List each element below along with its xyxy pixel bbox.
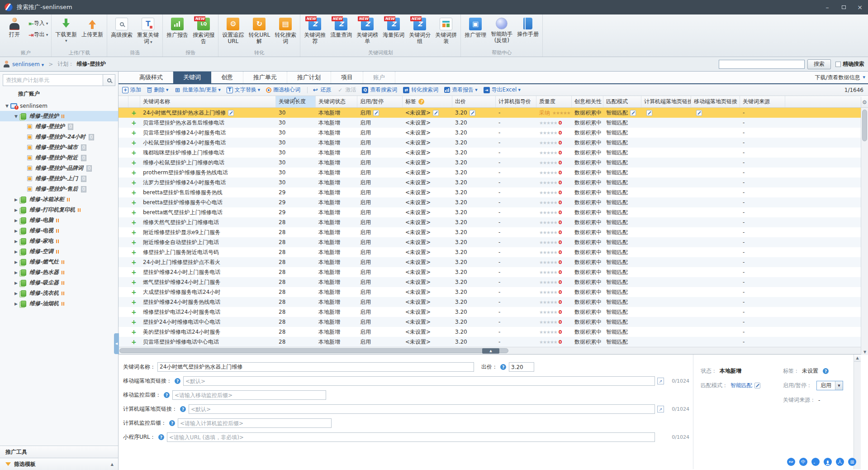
promotion-manage-button[interactable]: ▣推广管理 <box>462 16 489 38</box>
tree-plan-row[interactable]: ▶维修-家电 <box>0 236 118 246</box>
keyword-name-input[interactable] <box>157 362 474 372</box>
set-tracking-url-button[interactable]: ⚙设置追踪URL <box>220 16 246 44</box>
edit-icon[interactable] <box>630 110 636 116</box>
table-row[interactable]: +beretta壁挂炉售后维修服务热线29本地新增启用<未设置>3.20-★★★… <box>119 187 861 197</box>
chevron-down-icon[interactable]: ▼ <box>13 114 19 119</box>
chevron-right-icon[interactable]: ▶ <box>13 302 19 306</box>
table-row[interactable]: +贝雷塔壁挂炉维修24小时服务电话30本地新增启用<未设置>3.20-★★★★★… <box>119 128 861 138</box>
open-button[interactable]: 打开 <box>1 16 28 38</box>
scroll-up-icon[interactable]: ▲ <box>854 355 861 362</box>
view-searchwords-button[interactable]: Q查看搜索词 <box>362 86 397 94</box>
keyword-assemble-button[interactable]: 关键词拼装 <box>433 16 459 44</box>
delete-button[interactable]: 删除 <box>147 86 168 94</box>
tree-plan-row[interactable]: ▶维修-吸尘器 <box>0 278 118 288</box>
mobile-suffix-input[interactable] <box>172 390 326 400</box>
search-button[interactable]: 搜索 <box>807 59 831 69</box>
add-keyword-icon[interactable]: + <box>131 308 137 316</box>
edit-icon[interactable] <box>470 110 475 116</box>
sidebar-search-button[interactable] <box>103 74 115 86</box>
tree-unit-row[interactable]: 维修-壁挂炉-24小时0 <box>0 132 118 142</box>
table-row[interactable]: +beretta壁挂炉维修服务中心电话29本地新增启用<未设置>3.20-★★★… <box>119 197 861 207</box>
minimize-button[interactable]: – <box>819 0 835 14</box>
add-button[interactable]: +添加 <box>122 86 141 94</box>
detail-scrollbar[interactable]: ▲ <box>854 355 861 469</box>
promotion-report-button[interactable]: 推广报告 <box>164 16 190 38</box>
convert-url-button[interactable]: ↻转化URL解 <box>246 16 272 44</box>
add-keyword-icon[interactable]: + <box>131 318 137 326</box>
edit-icon[interactable] <box>433 110 439 116</box>
chevron-right-icon[interactable]: ▶ <box>13 239 19 244</box>
chevron-right-icon[interactable]: ▶ <box>13 249 19 254</box>
add-keyword-icon[interactable]: + <box>131 278 137 286</box>
tab-project[interactable]: 项目 <box>331 72 363 83</box>
top-search-input[interactable] <box>719 60 805 69</box>
add-keyword-icon[interactable]: + <box>131 269 137 276</box>
enable-pause-dropdown[interactable]: 启用 <box>816 381 843 390</box>
ime-contacts-icon[interactable]: 人 <box>836 458 844 466</box>
column-header-keyword-length[interactable]: 关键词长度▲ <box>276 96 316 107</box>
exact-search-checkbox[interactable] <box>835 62 841 67</box>
horizontal-scrollbar[interactable]: ▲ <box>119 347 861 354</box>
column-settings-button[interactable]: ⚙ <box>861 97 868 108</box>
add-keyword-icon[interactable]: + <box>131 119 137 126</box>
table-row[interactable]: +附近维修全自动壁挂炉上门电话28本地新增启用<未设置>3.20-★★★★★0数… <box>119 237 861 247</box>
searchword-report-button[interactable]: NEWLQ搜索词报告 <box>190 16 217 44</box>
maximize-button[interactable] <box>835 0 852 14</box>
ime-punctuation-icon[interactable]: 。 <box>811 458 820 466</box>
mobile-url-input[interactable] <box>183 376 655 386</box>
table-row[interactable]: +修壁挂炉上门服务附近电话号码28本地新增启用<未设置>3.20-★★★★★0数… <box>119 247 861 257</box>
pc-url-input[interactable] <box>189 404 655 414</box>
tree-plan-row[interactable]: ▶维修-打印机复印机 <box>0 205 118 215</box>
download-update-button[interactable]: 下载更新 <box>53 16 79 44</box>
miniprogram-url-input[interactable] <box>167 432 655 442</box>
keyword-grouping-button[interactable]: NEWZ关键词分组 <box>407 16 433 44</box>
chevron-right-icon[interactable]: ▶ <box>13 229 19 233</box>
add-keyword-icon[interactable]: + <box>131 259 137 266</box>
table-row[interactable]: +大成壁挂炉维修服务电话24小时28本地新增启用<未设置>3.20-★★★★★0… <box>119 287 861 297</box>
table-row[interactable]: +壁挂炉维修24小时服务热线电话28本地新增启用<未设置>3.20-★★★★★0… <box>119 297 861 307</box>
help-icon[interactable] <box>175 378 180 384</box>
chevron-up-icon[interactable]: ▲ <box>111 462 114 466</box>
table-row[interactable]: +beretta燃气壁挂炉上门维修电话29本地新增启用<未设置>3.20-★★★… <box>119 207 861 217</box>
upload-update-button[interactable]: 上传更新 <box>79 16 105 38</box>
table-row[interactable]: +维修天然气壁挂炉上门维修电话28本地新增启用<未设置>3.20-★★★★★0数… <box>119 217 861 227</box>
tab-unit[interactable]: 推广单元 <box>243 72 287 83</box>
filter-template-bar[interactable]: 筛选模板 ▲ <box>0 458 118 470</box>
column-header-bid[interactable]: 出价 <box>452 96 496 107</box>
tree-unit-row[interactable]: 维修-壁挂炉-品牌词0 <box>0 163 118 173</box>
column-header-pc-landing-url[interactable]: 计算机端落地页链接 <box>641 96 691 107</box>
ime-mic-icon[interactable] <box>824 458 832 466</box>
add-keyword-icon[interactable]: + <box>131 139 137 146</box>
add-keyword-icon[interactable]: + <box>131 249 137 256</box>
add-keyword-icon[interactable]: + <box>131 109 137 116</box>
tree-plan-row[interactable]: ▼维修-壁挂炉 <box>0 111 118 121</box>
batch-add-update-button[interactable]: ⊞批量添加/更新 <box>174 86 220 94</box>
column-header-keyword-name[interactable]: 关键词名称 <box>140 96 276 107</box>
add-keyword-icon[interactable]: + <box>131 338 137 345</box>
vertical-scrollbar-thumb[interactable] <box>862 110 867 141</box>
table-row[interactable]: +瑰都啦咪壁挂炉维修上门维修电话30本地新增启用<未设置>3.20-★★★★★0… <box>119 148 861 158</box>
advanced-search-button[interactable]: 高级搜索 <box>109 16 135 38</box>
table-row[interactable]: +法罗力壁挂炉维修24小时服务电话30本地新增启用<未设置>3.20-★★★★★… <box>119 177 861 187</box>
ime-chinese-mode-icon[interactable]: 中 <box>799 458 807 466</box>
mass-keyword-expand-button[interactable]: NEWZ海量拓词 <box>380 16 407 38</box>
keyword-ranking-button[interactable]: NEWZ关键词榜单 <box>354 16 380 44</box>
edit-icon[interactable] <box>228 110 234 116</box>
tree-unit-row[interactable]: 维修-壁挂炉-附近0 <box>0 153 118 163</box>
add-keyword-icon[interactable]: + <box>131 219 137 226</box>
bid-input[interactable] <box>509 362 534 372</box>
add-keyword-icon[interactable]: + <box>131 209 137 216</box>
export-button[interactable]: ⇥导出 <box>28 31 48 38</box>
tree-plan-row[interactable]: ▶维修-电视 <box>0 225 118 236</box>
chevron-right-icon[interactable]: ▶ <box>13 270 19 275</box>
sidebar-collapse-handle[interactable]: ◀ <box>114 333 119 354</box>
table-row[interactable]: +维修小松鼠壁挂炉上门维修的电话30本地新增启用<未设置>3.20-★★★★★0… <box>119 158 861 168</box>
help-icon[interactable] <box>164 392 170 398</box>
restore-button[interactable]: ↩还原 <box>312 86 331 94</box>
edit-icon[interactable] <box>754 383 760 388</box>
download-view-data-link[interactable]: 下载/查看数据信息 <box>815 72 868 83</box>
chevron-right-icon[interactable]: ▶ <box>13 281 19 285</box>
add-keyword-icon[interactable]: + <box>131 189 137 196</box>
help-icon[interactable]: ? <box>418 99 424 105</box>
add-keyword-icon[interactable]: + <box>131 328 137 336</box>
